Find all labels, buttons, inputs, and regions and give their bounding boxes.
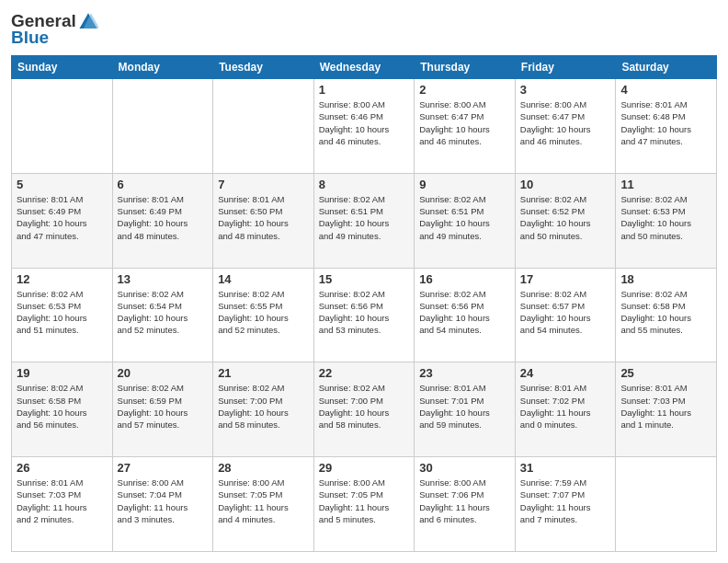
- day-number: 27: [118, 461, 209, 475]
- day-info: Sunrise: 8:02 AM Sunset: 6:58 PM Dayligh…: [17, 382, 108, 431]
- day-number: 31: [520, 461, 611, 475]
- calendar-cell: 27Sunrise: 8:00 AM Sunset: 7:04 PM Dayli…: [112, 457, 213, 552]
- calendar-cell: 29Sunrise: 8:00 AM Sunset: 7:05 PM Dayli…: [313, 457, 415, 552]
- calendar-cell: 30Sunrise: 8:00 AM Sunset: 7:06 PM Dayli…: [415, 457, 516, 552]
- day-info: Sunrise: 8:02 AM Sunset: 6:56 PM Dayligh…: [319, 288, 410, 337]
- calendar-cell: 4Sunrise: 8:01 AM Sunset: 6:48 PM Daylig…: [616, 79, 717, 174]
- calendar-week-3: 12Sunrise: 8:02 AM Sunset: 6:53 PM Dayli…: [12, 268, 717, 362]
- day-number: 11: [620, 178, 711, 191]
- day-number: 7: [218, 178, 309, 191]
- day-info: Sunrise: 8:00 AM Sunset: 7:05 PM Dayligh…: [319, 477, 410, 525]
- calendar-cell: 20Sunrise: 8:02 AM Sunset: 6:59 PM Dayli…: [112, 362, 213, 457]
- day-number: 21: [218, 366, 309, 380]
- calendar-cell: 10Sunrise: 8:02 AM Sunset: 6:52 PM Dayli…: [515, 173, 616, 268]
- calendar-cell: 16Sunrise: 8:02 AM Sunset: 6:56 PM Dayli…: [415, 268, 516, 362]
- calendar-week-2: 5Sunrise: 8:01 AM Sunset: 6:49 PM Daylig…: [12, 173, 717, 268]
- day-number: 25: [620, 366, 711, 380]
- day-info: Sunrise: 8:00 AM Sunset: 6:46 PM Dayligh…: [319, 98, 410, 147]
- day-number: 3: [520, 83, 611, 97]
- day-info: Sunrise: 8:02 AM Sunset: 6:55 PM Dayligh…: [218, 288, 309, 337]
- day-number: 30: [419, 461, 510, 475]
- calendar-cell: 23Sunrise: 8:01 AM Sunset: 7:01 PM Dayli…: [415, 362, 516, 457]
- calendar-cell: 2Sunrise: 8:00 AM Sunset: 6:47 PM Daylig…: [415, 79, 516, 174]
- calendar-week-4: 19Sunrise: 8:02 AM Sunset: 6:58 PM Dayli…: [12, 362, 717, 457]
- day-number: 12: [17, 272, 108, 286]
- logo-icon: [78, 11, 98, 31]
- day-header-thursday: Thursday: [415, 56, 516, 79]
- day-info: Sunrise: 8:00 AM Sunset: 7:06 PM Dayligh…: [419, 477, 510, 525]
- calendar-cell: 22Sunrise: 8:02 AM Sunset: 7:00 PM Dayli…: [313, 362, 415, 457]
- day-info: Sunrise: 8:02 AM Sunset: 6:51 PM Dayligh…: [419, 193, 510, 242]
- day-info: Sunrise: 8:00 AM Sunset: 7:05 PM Dayligh…: [218, 477, 309, 525]
- day-info: Sunrise: 8:02 AM Sunset: 6:53 PM Dayligh…: [620, 193, 711, 242]
- day-info: Sunrise: 8:01 AM Sunset: 6:49 PM Dayligh…: [118, 193, 209, 242]
- calendar-cell: 24Sunrise: 8:01 AM Sunset: 7:02 PM Dayli…: [515, 362, 616, 457]
- calendar-cell: [12, 79, 113, 174]
- day-info: Sunrise: 8:02 AM Sunset: 6:58 PM Dayligh…: [620, 288, 711, 337]
- calendar-cell: 3Sunrise: 8:00 AM Sunset: 6:47 PM Daylig…: [515, 79, 616, 174]
- day-number: 19: [17, 366, 108, 380]
- day-info: Sunrise: 8:02 AM Sunset: 6:57 PM Dayligh…: [520, 288, 611, 337]
- calendar-table: SundayMondayTuesdayWednesdayThursdayFrid…: [11, 55, 717, 552]
- day-info: Sunrise: 8:02 AM Sunset: 6:52 PM Dayligh…: [520, 193, 611, 242]
- day-info: Sunrise: 8:02 AM Sunset: 6:56 PM Dayligh…: [419, 288, 510, 337]
- calendar-cell: 1Sunrise: 8:00 AM Sunset: 6:46 PM Daylig…: [313, 79, 415, 174]
- day-info: Sunrise: 8:00 AM Sunset: 6:47 PM Dayligh…: [520, 98, 611, 147]
- calendar-cell: 19Sunrise: 8:02 AM Sunset: 6:58 PM Dayli…: [12, 362, 113, 457]
- calendar-cell: 26Sunrise: 8:01 AM Sunset: 7:03 PM Dayli…: [12, 457, 113, 552]
- day-number: 23: [419, 366, 510, 380]
- day-header-sunday: Sunday: [12, 56, 113, 79]
- day-info: Sunrise: 8:00 AM Sunset: 6:47 PM Dayligh…: [419, 98, 510, 147]
- day-number: 20: [118, 366, 209, 380]
- calendar-cell: [112, 79, 213, 174]
- calendar-header-row: SundayMondayTuesdayWednesdayThursdayFrid…: [12, 56, 717, 79]
- day-info: Sunrise: 8:01 AM Sunset: 7:03 PM Dayligh…: [17, 477, 108, 525]
- calendar-cell: 7Sunrise: 8:01 AM Sunset: 6:50 PM Daylig…: [213, 173, 314, 268]
- day-number: 6: [118, 178, 209, 191]
- day-number: 29: [319, 461, 410, 475]
- calendar-cell: 21Sunrise: 8:02 AM Sunset: 7:00 PM Dayli…: [213, 362, 314, 457]
- day-info: Sunrise: 8:02 AM Sunset: 6:53 PM Dayligh…: [17, 288, 108, 337]
- day-number: 2: [419, 83, 510, 97]
- calendar-cell: 31Sunrise: 7:59 AM Sunset: 7:07 PM Dayli…: [515, 457, 616, 552]
- day-info: Sunrise: 8:01 AM Sunset: 7:03 PM Dayligh…: [620, 382, 711, 431]
- logo-blue: Blue: [11, 28, 49, 48]
- day-number: 13: [118, 272, 209, 286]
- day-number: 8: [319, 178, 410, 191]
- day-header-wednesday: Wednesday: [313, 56, 415, 79]
- day-number: 4: [620, 83, 711, 97]
- calendar-cell: 17Sunrise: 8:02 AM Sunset: 6:57 PM Dayli…: [515, 268, 616, 362]
- day-number: 16: [419, 272, 510, 286]
- day-info: Sunrise: 8:01 AM Sunset: 7:02 PM Dayligh…: [520, 382, 611, 431]
- calendar-cell: [616, 457, 717, 552]
- day-header-saturday: Saturday: [616, 56, 717, 79]
- day-info: Sunrise: 8:00 AM Sunset: 7:04 PM Dayligh…: [118, 477, 209, 525]
- day-info: Sunrise: 8:02 AM Sunset: 7:00 PM Dayligh…: [218, 382, 309, 431]
- day-number: 9: [419, 178, 510, 191]
- day-info: Sunrise: 8:01 AM Sunset: 7:01 PM Dayligh…: [419, 382, 510, 431]
- day-info: Sunrise: 8:02 AM Sunset: 6:59 PM Dayligh…: [118, 382, 209, 431]
- day-number: 28: [218, 461, 309, 475]
- calendar-cell: 5Sunrise: 8:01 AM Sunset: 6:49 PM Daylig…: [12, 173, 113, 268]
- day-info: Sunrise: 8:02 AM Sunset: 7:00 PM Dayligh…: [319, 382, 410, 431]
- calendar-cell: [213, 79, 314, 174]
- page-header: General Blue: [11, 11, 717, 48]
- day-info: Sunrise: 8:01 AM Sunset: 6:48 PM Dayligh…: [620, 98, 711, 147]
- calendar-cell: 28Sunrise: 8:00 AM Sunset: 7:05 PM Dayli…: [213, 457, 314, 552]
- calendar-cell: 9Sunrise: 8:02 AM Sunset: 6:51 PM Daylig…: [415, 173, 516, 268]
- day-number: 26: [17, 461, 108, 475]
- day-number: 24: [520, 366, 611, 380]
- calendar-cell: 18Sunrise: 8:02 AM Sunset: 6:58 PM Dayli…: [616, 268, 717, 362]
- calendar-cell: 14Sunrise: 8:02 AM Sunset: 6:55 PM Dayli…: [213, 268, 314, 362]
- day-number: 5: [17, 178, 108, 191]
- day-info: Sunrise: 8:01 AM Sunset: 6:50 PM Dayligh…: [218, 193, 309, 242]
- calendar-cell: 25Sunrise: 8:01 AM Sunset: 7:03 PM Dayli…: [616, 362, 717, 457]
- day-number: 14: [218, 272, 309, 286]
- day-header-friday: Friday: [515, 56, 616, 79]
- day-number: 17: [520, 272, 611, 286]
- calendar-cell: 12Sunrise: 8:02 AM Sunset: 6:53 PM Dayli…: [12, 268, 113, 362]
- day-info: Sunrise: 8:02 AM Sunset: 6:51 PM Dayligh…: [319, 193, 410, 242]
- calendar-week-1: 1Sunrise: 8:00 AM Sunset: 6:46 PM Daylig…: [12, 79, 717, 174]
- calendar-cell: 11Sunrise: 8:02 AM Sunset: 6:53 PM Dayli…: [616, 173, 717, 268]
- day-number: 10: [520, 178, 611, 191]
